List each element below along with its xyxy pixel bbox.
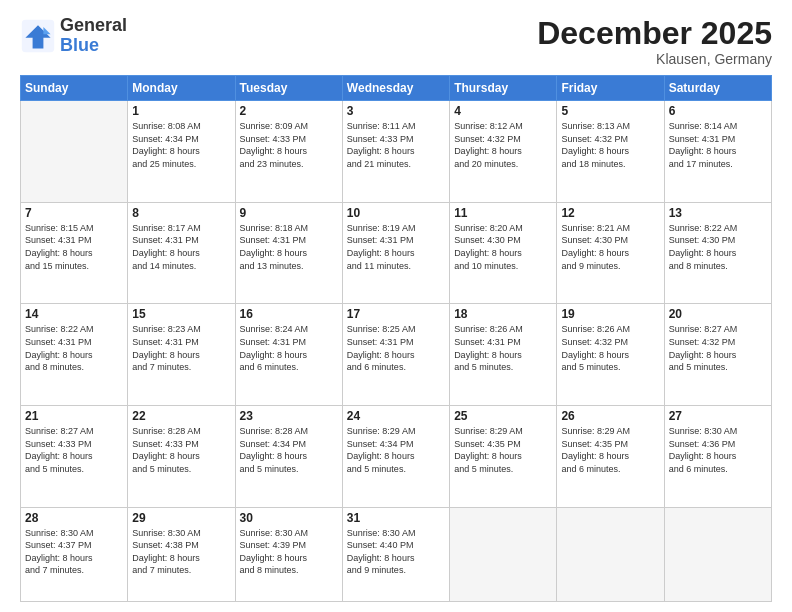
calendar-day-cell: 4Sunrise: 8:12 AM Sunset: 4:32 PM Daylig… [450,101,557,203]
day-info: Sunrise: 8:28 AM Sunset: 4:34 PM Dayligh… [240,425,338,475]
day-number: 10 [347,206,445,220]
day-info: Sunrise: 8:29 AM Sunset: 4:35 PM Dayligh… [454,425,552,475]
calendar-day-cell: 5Sunrise: 8:13 AM Sunset: 4:32 PM Daylig… [557,101,664,203]
day-number: 9 [240,206,338,220]
day-info: Sunrise: 8:29 AM Sunset: 4:35 PM Dayligh… [561,425,659,475]
calendar-week-row: 1Sunrise: 8:08 AM Sunset: 4:34 PM Daylig… [21,101,772,203]
calendar-day-cell: 15Sunrise: 8:23 AM Sunset: 4:31 PM Dayli… [128,304,235,406]
calendar-day-cell: 29Sunrise: 8:30 AM Sunset: 4:38 PM Dayli… [128,507,235,602]
logo: General Blue [20,16,127,56]
day-number: 26 [561,409,659,423]
calendar-day-cell [557,507,664,602]
day-info: Sunrise: 8:25 AM Sunset: 4:31 PM Dayligh… [347,323,445,373]
day-number: 7 [25,206,123,220]
day-number: 8 [132,206,230,220]
day-number: 24 [347,409,445,423]
day-number: 28 [25,511,123,525]
calendar-day-cell: 20Sunrise: 8:27 AM Sunset: 4:32 PM Dayli… [664,304,771,406]
page: General Blue December 2025 Klausen, Germ… [0,0,792,612]
day-info: Sunrise: 8:19 AM Sunset: 4:31 PM Dayligh… [347,222,445,272]
logo-blue: Blue [60,36,127,56]
calendar-day-cell: 9Sunrise: 8:18 AM Sunset: 4:31 PM Daylig… [235,202,342,304]
header: General Blue December 2025 Klausen, Germ… [20,16,772,67]
day-info: Sunrise: 8:20 AM Sunset: 4:30 PM Dayligh… [454,222,552,272]
calendar-day-cell [21,101,128,203]
calendar-table: SundayMondayTuesdayWednesdayThursdayFrid… [20,75,772,602]
day-number: 30 [240,511,338,525]
day-number: 13 [669,206,767,220]
day-info: Sunrise: 8:11 AM Sunset: 4:33 PM Dayligh… [347,120,445,170]
day-number: 23 [240,409,338,423]
calendar-day-cell: 23Sunrise: 8:28 AM Sunset: 4:34 PM Dayli… [235,405,342,507]
day-number: 11 [454,206,552,220]
day-number: 5 [561,104,659,118]
day-number: 18 [454,307,552,321]
day-info: Sunrise: 8:18 AM Sunset: 4:31 PM Dayligh… [240,222,338,272]
day-info: Sunrise: 8:30 AM Sunset: 4:36 PM Dayligh… [669,425,767,475]
calendar-day-cell: 21Sunrise: 8:27 AM Sunset: 4:33 PM Dayli… [21,405,128,507]
day-info: Sunrise: 8:28 AM Sunset: 4:33 PM Dayligh… [132,425,230,475]
calendar-day-cell: 27Sunrise: 8:30 AM Sunset: 4:36 PM Dayli… [664,405,771,507]
day-info: Sunrise: 8:30 AM Sunset: 4:38 PM Dayligh… [132,527,230,577]
day-info: Sunrise: 8:23 AM Sunset: 4:31 PM Dayligh… [132,323,230,373]
day-info: Sunrise: 8:15 AM Sunset: 4:31 PM Dayligh… [25,222,123,272]
day-info: Sunrise: 8:27 AM Sunset: 4:33 PM Dayligh… [25,425,123,475]
title-block: December 2025 Klausen, Germany [537,16,772,67]
calendar-day-cell [664,507,771,602]
calendar-week-row: 14Sunrise: 8:22 AM Sunset: 4:31 PM Dayli… [21,304,772,406]
month-title: December 2025 [537,16,772,51]
calendar-day-cell: 19Sunrise: 8:26 AM Sunset: 4:32 PM Dayli… [557,304,664,406]
calendar-day-cell: 6Sunrise: 8:14 AM Sunset: 4:31 PM Daylig… [664,101,771,203]
calendar-day-cell [450,507,557,602]
day-info: Sunrise: 8:26 AM Sunset: 4:32 PM Dayligh… [561,323,659,373]
day-info: Sunrise: 8:30 AM Sunset: 4:37 PM Dayligh… [25,527,123,577]
calendar-day-cell: 26Sunrise: 8:29 AM Sunset: 4:35 PM Dayli… [557,405,664,507]
weekday-header-cell: Wednesday [342,76,449,101]
calendar-day-cell: 24Sunrise: 8:29 AM Sunset: 4:34 PM Dayli… [342,405,449,507]
day-number: 25 [454,409,552,423]
calendar-day-cell: 7Sunrise: 8:15 AM Sunset: 4:31 PM Daylig… [21,202,128,304]
calendar-week-row: 7Sunrise: 8:15 AM Sunset: 4:31 PM Daylig… [21,202,772,304]
day-number: 3 [347,104,445,118]
calendar-day-cell: 25Sunrise: 8:29 AM Sunset: 4:35 PM Dayli… [450,405,557,507]
calendar-day-cell: 31Sunrise: 8:30 AM Sunset: 4:40 PM Dayli… [342,507,449,602]
calendar-day-cell: 10Sunrise: 8:19 AM Sunset: 4:31 PM Dayli… [342,202,449,304]
calendar-body: 1Sunrise: 8:08 AM Sunset: 4:34 PM Daylig… [21,101,772,602]
calendar-day-cell: 22Sunrise: 8:28 AM Sunset: 4:33 PM Dayli… [128,405,235,507]
day-number: 15 [132,307,230,321]
logo-general: General [60,16,127,36]
day-info: Sunrise: 8:14 AM Sunset: 4:31 PM Dayligh… [669,120,767,170]
calendar-day-cell: 14Sunrise: 8:22 AM Sunset: 4:31 PM Dayli… [21,304,128,406]
day-info: Sunrise: 8:27 AM Sunset: 4:32 PM Dayligh… [669,323,767,373]
day-number: 29 [132,511,230,525]
day-number: 17 [347,307,445,321]
location: Klausen, Germany [537,51,772,67]
calendar-day-cell: 16Sunrise: 8:24 AM Sunset: 4:31 PM Dayli… [235,304,342,406]
calendar-day-cell: 13Sunrise: 8:22 AM Sunset: 4:30 PM Dayli… [664,202,771,304]
day-info: Sunrise: 8:30 AM Sunset: 4:40 PM Dayligh… [347,527,445,577]
day-number: 21 [25,409,123,423]
day-number: 2 [240,104,338,118]
day-number: 16 [240,307,338,321]
calendar-day-cell: 17Sunrise: 8:25 AM Sunset: 4:31 PM Dayli… [342,304,449,406]
weekday-header-cell: Saturday [664,76,771,101]
day-info: Sunrise: 8:13 AM Sunset: 4:32 PM Dayligh… [561,120,659,170]
calendar-day-cell: 18Sunrise: 8:26 AM Sunset: 4:31 PM Dayli… [450,304,557,406]
calendar-day-cell: 30Sunrise: 8:30 AM Sunset: 4:39 PM Dayli… [235,507,342,602]
day-number: 14 [25,307,123,321]
day-info: Sunrise: 8:17 AM Sunset: 4:31 PM Dayligh… [132,222,230,272]
day-number: 1 [132,104,230,118]
day-info: Sunrise: 8:29 AM Sunset: 4:34 PM Dayligh… [347,425,445,475]
day-number: 4 [454,104,552,118]
weekday-header-cell: Thursday [450,76,557,101]
day-info: Sunrise: 8:08 AM Sunset: 4:34 PM Dayligh… [132,120,230,170]
day-number: 31 [347,511,445,525]
day-info: Sunrise: 8:12 AM Sunset: 4:32 PM Dayligh… [454,120,552,170]
calendar-week-row: 21Sunrise: 8:27 AM Sunset: 4:33 PM Dayli… [21,405,772,507]
day-info: Sunrise: 8:21 AM Sunset: 4:30 PM Dayligh… [561,222,659,272]
logo-text: General Blue [60,16,127,56]
day-number: 20 [669,307,767,321]
day-info: Sunrise: 8:24 AM Sunset: 4:31 PM Dayligh… [240,323,338,373]
weekday-header-cell: Friday [557,76,664,101]
day-info: Sunrise: 8:09 AM Sunset: 4:33 PM Dayligh… [240,120,338,170]
